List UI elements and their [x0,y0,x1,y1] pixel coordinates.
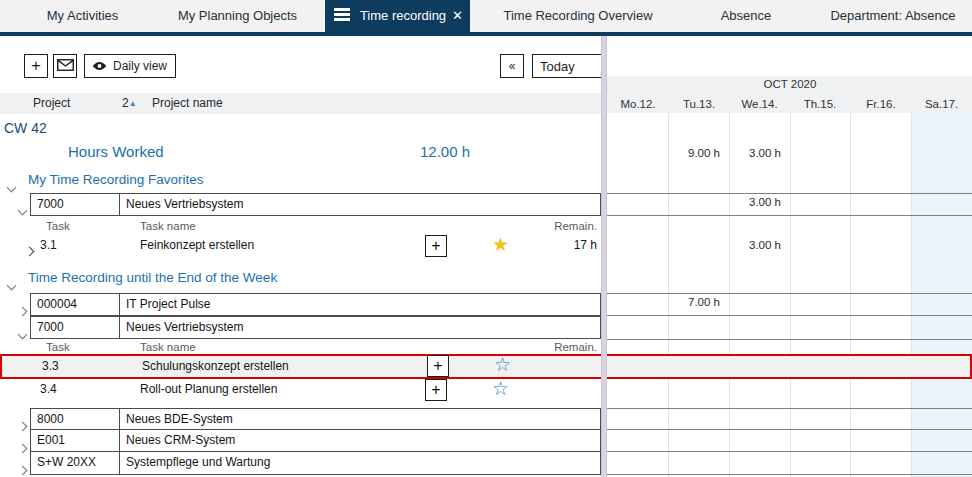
chevron-left-icon: « [509,59,516,73]
chevron-down-icon[interactable] [19,324,26,342]
grid-row-line [607,474,972,475]
grid-row-line [607,451,972,452]
star-outline-icon[interactable]: ☆ [492,379,509,399]
task-column-label: Task [46,341,70,353]
day-hours-cell[interactable]: 3.00 h [730,239,786,251]
tab-department-absence[interactable]: Department: Absence [822,0,964,32]
tab-my-planning-objects[interactable]: My Planning Objects [160,0,315,32]
grid-column-line [668,113,669,477]
grid-row-line [607,293,972,294]
task-name[interactable]: Schulungskonzept erstellen [142,359,289,373]
tab-bar-underline [0,32,972,36]
project-name-cell[interactable]: Neues BDE-System [119,408,601,430]
tab-bar: My Activities My Planning Objects Time r… [0,0,972,32]
selected-task-row[interactable]: 3.3 Schulungskonzept erstellen + ☆ [0,354,972,379]
chevron-down-icon[interactable] [19,200,26,218]
close-icon[interactable]: ✕ [452,0,463,32]
grid-row-line [607,429,972,430]
chevron-right-icon[interactable] [26,241,33,259]
day-hours-cell[interactable]: 9.00 h [669,147,725,159]
grid-column-line [911,113,912,477]
remain-column-label: Remain. [450,341,597,353]
day-hours-cell[interactable]: 3.00 h [730,196,786,208]
day-hours-cell[interactable]: 7.00 h [669,296,725,308]
column-project-label[interactable]: Project [33,93,70,114]
column-project-name-label[interactable]: Project name [152,93,223,114]
project-name-cell[interactable]: Systempflege und Wartung [119,451,601,475]
panel-splitter[interactable] [601,36,607,477]
task-id[interactable]: 3.4 [40,382,57,396]
tab-time-recording[interactable]: Time recording ✕ [325,0,470,32]
remain-column-label: Remain. [450,220,597,232]
project-column-header: Project 2▲ Project name [0,93,601,114]
task-name-column-label: Task name [140,341,196,353]
plus-icon: + [31,56,41,76]
favorites-section-title[interactable]: My Time Recording Favorites [28,172,204,187]
day-header-we: We.14. [729,95,790,113]
chevron-right-icon[interactable] [19,416,26,434]
project-name-cell[interactable]: IT Project Pulse [119,293,601,316]
grid-row-line [607,193,972,194]
today-button-label: Today [540,59,575,74]
project-id-cell[interactable]: 8000 [30,408,120,430]
task-name[interactable]: Feinkonzept erstellen [140,238,254,252]
hours-worked-label: Hours Worked [68,143,164,160]
project-id-cell[interactable]: 7000 [30,193,120,216]
project-id-cell[interactable]: 7000 [30,316,120,339]
tab-my-activities[interactable]: My Activities [10,0,155,32]
day-hours-cell[interactable]: 3.00 h [730,147,786,159]
tab-time-recording-overview[interactable]: Time Recording Overview [488,0,668,32]
chevron-right-icon[interactable] [19,460,26,477]
project-name-cell[interactable]: Neues Vertriebsystem [119,316,601,339]
task-id[interactable]: 3.3 [42,359,59,373]
eye-icon [92,59,107,74]
chevron-right-icon[interactable] [19,301,26,319]
add-button[interactable]: + [24,54,48,78]
sort-ascending-icon: ▲ [129,99,137,108]
today-button[interactable]: Today [532,54,602,78]
day-header-fr: Fr.16. [851,95,911,113]
hours-worked-total: 12.00 h [420,143,470,160]
task-name[interactable]: Roll-out Planung erstellen [140,382,277,396]
daily-view-label: Daily view [113,59,167,73]
grid-row-line [607,315,972,316]
project-id-cell[interactable]: E001 [30,429,120,452]
project-id-cell[interactable]: 000004 [30,293,120,316]
add-time-entry-button[interactable]: + [425,379,447,401]
star-outline-icon[interactable]: ☆ [494,355,511,375]
day-header-th: Th.15. [790,95,850,113]
week-section-title[interactable]: Time Recording until the End of the Week [28,270,277,285]
grid-column-line [729,113,730,477]
calendar-week-label: CW 42 [4,120,47,136]
grid-column-line [790,113,791,477]
task-remaining-hours: 17 h [540,238,597,252]
daily-view-button[interactable]: Daily view [84,54,176,78]
saturday-column-highlight [911,112,972,477]
mail-button[interactable] [53,54,77,78]
project-name-cell[interactable]: Neues Vertriebsystem [119,193,601,216]
tab-absence[interactable]: Absence [690,0,802,32]
add-time-entry-button[interactable]: + [425,235,447,257]
day-header-tu: Tu.13. [669,95,729,113]
time-recording-app: My Activities My Planning Objects Time r… [0,0,972,477]
star-filled-icon[interactable]: ★ [492,235,509,255]
chevron-right-icon[interactable] [19,438,26,456]
hamburger-icon[interactable] [334,8,350,21]
tab-time-recording-label: Time recording [356,0,450,32]
chevron-down-icon[interactable] [8,275,15,293]
day-header-sa: Sa.17. [911,95,972,113]
day-header-mo: Mo.12. [608,95,668,113]
grid-row-line [607,215,972,216]
task-id[interactable]: 3.1 [40,238,57,252]
grid-row-line [607,408,972,409]
task-name-column-label: Task name [140,220,196,232]
project-id-cell[interactable]: S+W 20XX [30,451,120,475]
chevron-down-icon[interactable] [8,177,15,195]
grid-column-line [850,113,851,477]
grid-row-line [607,339,972,340]
task-column-label: Task [46,220,70,232]
add-time-entry-button[interactable]: + [427,355,449,377]
sort-badge[interactable]: 2▲ [122,93,137,114]
previous-week-button[interactable]: « [500,54,524,78]
project-name-cell[interactable]: Neues CRM-System [119,429,601,452]
